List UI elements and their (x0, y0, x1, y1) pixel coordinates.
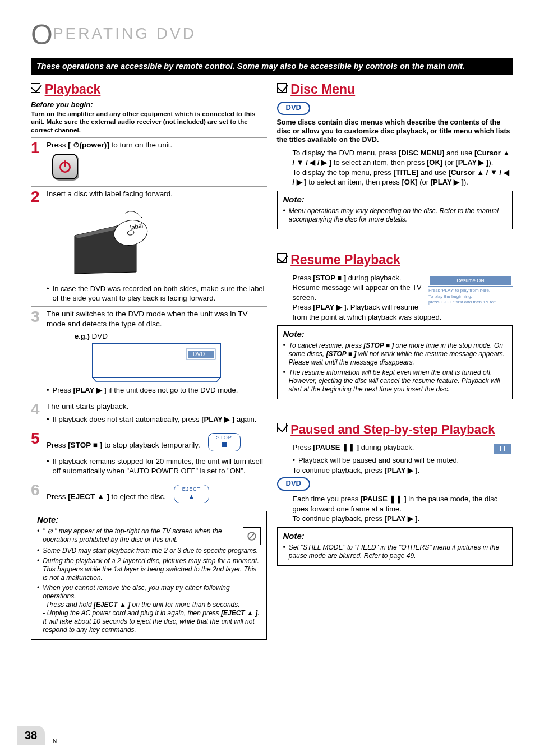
step4-bullet: •If playback does not start automaticall… (47, 415, 267, 425)
note-label: Note: (283, 329, 507, 340)
step-number: 2 (31, 189, 43, 303)
step-body: The unit starts playback. •If playback d… (47, 402, 267, 424)
power-icon-small (73, 141, 80, 148)
section-resume: Resume Playback Resume ON Press 'PLAY' t… (277, 252, 513, 399)
disc-insert-illustration: label (69, 202, 176, 275)
note-label: Note: (283, 531, 507, 542)
chapter-initial: O (31, 19, 53, 50)
step2-bullet: •In case the DVD was recorded on both si… (47, 284, 267, 303)
step-body: Press [ (power)] to turn on the unit. (47, 140, 267, 183)
section-disc-menu-title: Disc Menu (290, 81, 355, 98)
section-disc-menu: Disc Menu DVD Some discs contain disc me… (277, 81, 513, 229)
stop-button-illustration: STOP (208, 433, 241, 451)
step-5: 5 Press [STOP ■ ] to stop playback tempo… (31, 428, 267, 476)
step-1: 1 Press [ (power)] to turn on the unit. (31, 137, 267, 183)
step-4: 4 The unit starts playback. •If playback… (31, 399, 267, 424)
step-body: Insert a disc with label facing forward.… (47, 189, 267, 303)
step5-bullet: •If playback remains stopped for 20 minu… (47, 457, 267, 476)
step-body: Press [STOP ■ ] to stop playback tempora… (47, 431, 267, 476)
check-icon (277, 253, 287, 263)
page-lang: EN (48, 736, 57, 745)
playback-intro: Turn on the amplifier and any other equi… (31, 110, 267, 134)
disc-menu-instructions: To display the DVD menu, press [DISC MEN… (277, 148, 513, 187)
right-column: Disc Menu DVD Some discs contain disc me… (277, 81, 513, 651)
page-footer: 38 EN (17, 726, 57, 745)
tv-screen-illustration: DVD (92, 343, 221, 382)
svg-line-14 (249, 533, 254, 538)
osd-dvd-label: DVD (193, 351, 205, 357)
pause-body-1: Press [PAUSE ❚❚ ] during playback. •Play… (277, 442, 513, 476)
remote-control-notice: These operations are accessible by remot… (31, 58, 513, 75)
step-number: 3 (31, 309, 43, 395)
step-3: 3 The unit switches to the DVD mode when… (31, 306, 267, 395)
step3-bullet: •Press [PLAY ▶ ] if the unit does not go… (47, 386, 267, 395)
eject-button-label: EJECT (182, 486, 201, 493)
check-icon (277, 423, 287, 432)
power-button-illustration (52, 154, 78, 179)
step-number: 6 (31, 482, 43, 505)
step-2: 2 Insert a disc with label facing forwar… (31, 186, 267, 303)
disc-menu-intro: Some discs contain disc menus which desc… (277, 118, 513, 145)
playback-note: Note: • " ⊘ " may appear at the top-righ… (31, 511, 267, 640)
before-you-begin: Before you begin: (31, 100, 267, 110)
disc-menu-note: Note: •Menu operations may vary dependin… (277, 191, 513, 229)
resume-body: Resume ON Press 'PLAY' to play from here… (277, 273, 513, 322)
section-resume-title: Resume Playback (290, 252, 400, 269)
resume-osd-title: Resume ON (428, 275, 513, 287)
check-icon (277, 83, 287, 93)
eject-button-illustration: EJECT ▲ (174, 485, 210, 503)
section-playback-title: Playback (45, 81, 101, 98)
chapter-title: OPERATING DVD (31, 17, 513, 53)
dvd-pill: DVD (277, 102, 310, 115)
dvd-pill: DVD (277, 477, 310, 491)
pause-body-2: Each time you press [PAUSE ❚❚ ] in the p… (277, 494, 513, 524)
prohibit-icon (247, 531, 257, 541)
section-pause-title: Paused and Step-by-step Playback (290, 422, 495, 438)
stop-button-label: STOP (216, 435, 232, 441)
step-number: 1 (31, 140, 43, 183)
step-body: The unit switches to the DVD mode when t… (47, 309, 267, 395)
pause-note: Note: •Set "STILL MODE" to "FIELD" in th… (277, 527, 513, 566)
left-column: Playback Before you begin: Turn on the a… (31, 81, 267, 651)
chapter-rest: PERATING DVD (53, 25, 196, 42)
step-number: 5 (31, 431, 43, 476)
power-icon (58, 159, 72, 174)
pause-osd (492, 442, 513, 455)
prohibit-icon-box (243, 527, 261, 545)
step-6: 6 Press [EJECT ▲ ] to eject the disc. EJ… (31, 480, 267, 505)
step-body: Press [EJECT ▲ ] to eject the disc. EJEC… (47, 482, 267, 505)
page-number: 38 (17, 726, 45, 745)
note-label: Note: (37, 515, 261, 525)
resume-note: Note: •To cancel resume, press [STOP ■ ]… (277, 325, 513, 399)
note-label: Note: (283, 195, 507, 205)
check-icon (31, 83, 40, 93)
svg-marker-10 (93, 377, 220, 382)
resume-osd: Resume ON Press 'PLAY' to play from here… (428, 275, 513, 306)
section-pause: Paused and Step-by-step Playback Press [… (277, 422, 513, 566)
step-number: 4 (31, 402, 43, 424)
